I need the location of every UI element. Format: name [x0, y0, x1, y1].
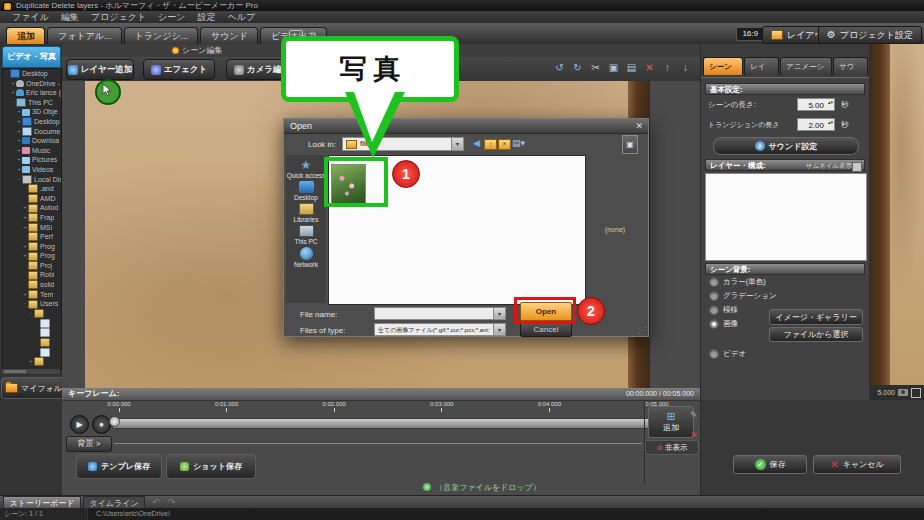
tree-item[interactable]: [3, 328, 61, 338]
tree-item[interactable]: + Docume: [3, 127, 61, 137]
chevron-down-icon[interactable]: ▾: [451, 138, 463, 150]
settings-tab[interactable]: サウンド: [833, 57, 868, 75]
tree-item[interactable]: - Desktop: [3, 69, 61, 79]
files-of-type-dropdown[interactable]: 全ての画像ファイル(*.gif;*.cur;*.pcx;*.ani;*.png;…: [374, 323, 506, 336]
tree-item[interactable]: [3, 347, 61, 357]
delete-icon[interactable]: ✕: [690, 430, 698, 440]
tree-item[interactable]: + Eric lance (: [3, 88, 61, 98]
close-icon[interactable]: ✕: [635, 119, 643, 133]
snapshot-icon[interactable]: [898, 389, 908, 396]
transition-length-input[interactable]: 2.00: [797, 118, 835, 131]
tree-item[interactable]: - Users: [3, 299, 61, 309]
tree-item[interactable]: solid: [3, 280, 61, 290]
save-button[interactable]: ✓ 保存: [733, 455, 807, 474]
look-in-dropdown[interactable]: file ▾: [342, 137, 464, 151]
back-icon[interactable]: ◀: [470, 137, 483, 150]
menu-item[interactable]: ファイル: [12, 12, 49, 22]
sound-settings-button[interactable]: ♪ サウンド設定: [713, 137, 859, 155]
undo-icon[interactable]: [553, 61, 566, 75]
template-save-button[interactable]: テンプレ保存: [76, 454, 162, 479]
hide-button[interactable]: ⊘ 非表示: [645, 440, 699, 455]
tree-item[interactable]: + Prog: [3, 242, 61, 252]
settings-tab[interactable]: シーン設定: [703, 57, 743, 75]
tree-item[interactable]: Robl: [3, 270, 61, 280]
effect-button[interactable]: エフェクト: [143, 59, 215, 80]
tree-item[interactable]: [3, 318, 61, 328]
place-item[interactable]: Desktop: [286, 181, 326, 201]
play-button[interactable]: ▶: [70, 415, 89, 434]
place-item[interactable]: Quick access: [286, 159, 326, 179]
tree-item[interactable]: + Autod: [3, 203, 61, 213]
chevron-down-icon[interactable]: ▾: [493, 324, 505, 335]
place-item[interactable]: Libraries: [286, 203, 326, 223]
tree-item[interactable]: Proj: [3, 261, 61, 271]
tree-item[interactable]: -: [3, 309, 61, 319]
tree-item[interactable]: + OneDrive -: [3, 79, 61, 89]
view-menu-icon[interactable]: ▤▾: [512, 137, 525, 150]
cut-icon[interactable]: [589, 61, 602, 75]
tree-item[interactable]: - This PC: [3, 98, 61, 108]
scene-length-input[interactable]: 5.00: [797, 98, 835, 111]
background-option[interactable]: カラー(単色): [709, 277, 766, 287]
tree-item[interactable]: AMD: [3, 194, 61, 204]
tree-item[interactable]: + Frap: [3, 213, 61, 223]
menu-item[interactable]: プロジェクト: [91, 12, 146, 22]
menu-item[interactable]: 設定: [198, 12, 216, 22]
tree-item[interactable]: + MSI: [3, 223, 61, 233]
keyframe-track[interactable]: [112, 418, 672, 429]
dialog-cancel-button[interactable]: Cancel: [520, 322, 572, 337]
file-name-input[interactable]: ▾: [374, 307, 506, 320]
layer-list-box[interactable]: [705, 173, 867, 261]
raise-icon[interactable]: [661, 61, 674, 75]
place-item[interactable]: Network: [286, 247, 326, 268]
new-folder-icon[interactable]: ＊: [498, 139, 511, 150]
ribbon-tab[interactable]: 追加: [6, 27, 45, 44]
add-layer-button[interactable]: レイヤー追加: [66, 59, 134, 80]
tree-item[interactable]: + 3D Obje: [3, 107, 61, 117]
background-option[interactable]: グラデーション: [709, 291, 777, 301]
background-option[interactable]: ビデオ: [709, 349, 746, 359]
tree-item[interactable]: + Prog: [3, 251, 61, 261]
ribbon-tab[interactable]: トランジシ...: [124, 27, 199, 44]
thumbnail-icon[interactable]: [852, 162, 862, 172]
project-settings-button[interactable]: ⚙ プロジェクト設定: [818, 26, 922, 44]
paste-icon[interactable]: [625, 61, 638, 75]
delete-icon[interactable]: [643, 61, 656, 75]
tree-item[interactable]: + Pictures: [3, 155, 61, 165]
tab-video-photo[interactable]: ビデオ・写真: [2, 46, 61, 68]
tree-item[interactable]: Perf: [3, 232, 61, 242]
place-item[interactable]: This PC: [286, 225, 326, 245]
cancel-button[interactable]: ✕ キャンセル: [813, 455, 901, 474]
tree-item[interactable]: + Desktop: [3, 117, 61, 127]
menu-item[interactable]: シーン: [158, 12, 185, 22]
resize-grip[interactable]: ⋰: [638, 326, 646, 335]
chevron-down-icon[interactable]: ▾: [493, 308, 505, 319]
redo-icon[interactable]: [571, 61, 584, 75]
tree-item[interactable]: [3, 338, 61, 348]
timeline-ruler[interactable]: 0:00.0000:01.0000:02.0000:03.0000:04.000…: [102, 401, 674, 419]
tree-horizontal-scrollbar[interactable]: [2, 369, 60, 374]
shot-save-button[interactable]: ショット保存: [166, 454, 256, 479]
edit-pencil-icon[interactable]: ✎: [690, 410, 698, 420]
background-option[interactable]: 模様: [709, 305, 738, 315]
add-keyframe-button[interactable]: ⊞ 追加: [648, 406, 694, 438]
ribbon-tab[interactable]: サウンド: [200, 27, 258, 44]
menu-item[interactable]: 編集: [61, 12, 79, 22]
copy-icon[interactable]: [607, 61, 620, 75]
fullscreen-icon[interactable]: [911, 388, 921, 398]
tree-item[interactable]: - Local Dis: [3, 175, 61, 185]
tree-item[interactable]: + Downloa: [3, 136, 61, 146]
lower-icon[interactable]: [679, 61, 692, 75]
image-gallery-button[interactable]: イメージ・ギャラリー: [769, 309, 863, 325]
up-folder-icon[interactable]: ↑: [484, 139, 497, 150]
settings-tab[interactable]: アニメーション: [780, 57, 832, 75]
select-from-file-button[interactable]: ファイルから選択: [769, 327, 863, 342]
tree-item[interactable]: + Tem: [3, 290, 61, 300]
dialog-title-bar[interactable]: Open ✕: [284, 119, 648, 134]
tree-item[interactable]: + Videos: [3, 165, 61, 175]
tree-item[interactable]: + Music: [3, 146, 61, 156]
background-track-button[interactable]: 背景 >: [66, 436, 112, 452]
background-option[interactable]: 画像: [709, 319, 738, 329]
ribbon-tab[interactable]: フォトアル...: [47, 27, 122, 44]
thumbnail-toggle-label[interactable]: サムネイル表示: [806, 160, 852, 172]
